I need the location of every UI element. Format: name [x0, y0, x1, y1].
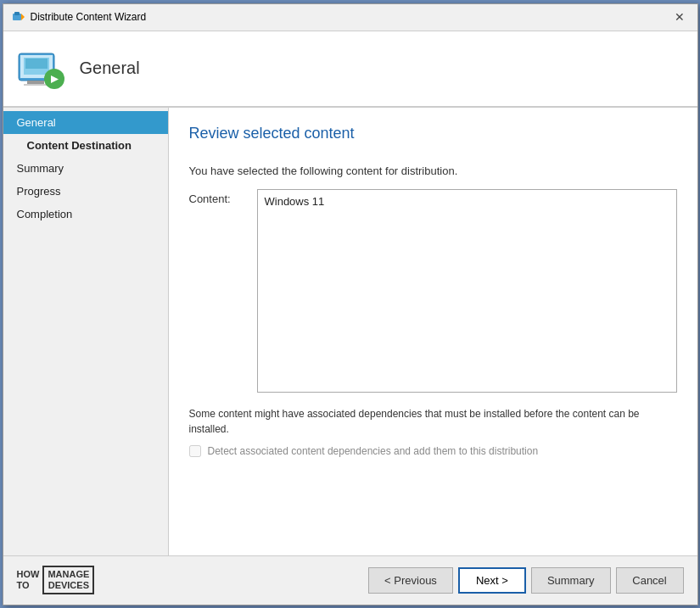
- svg-rect-1: [14, 12, 20, 15]
- checkbox-label: Detect associated content dependencies a…: [208, 445, 539, 457]
- title-bar-left: Distribute Content Wizard: [12, 10, 147, 24]
- svg-rect-8: [24, 84, 48, 86]
- description-text: You have selected the following content …: [189, 165, 677, 177]
- dialog-window: Distribute Content Wizard ✕ General Gene…: [3, 3, 698, 605]
- close-button[interactable]: ✕: [670, 8, 689, 26]
- previous-button[interactable]: < Previous: [368, 567, 453, 594]
- main-area: General Content Destination Summary Prog…: [3, 108, 697, 555]
- footer-buttons: < Previous Next > Summary Cancel: [368, 567, 683, 594]
- note-text: Some content might have associated depen…: [189, 406, 677, 437]
- svg-rect-7: [27, 81, 44, 84]
- detect-dependencies-checkbox[interactable]: [189, 445, 201, 457]
- next-button[interactable]: Next >: [458, 567, 526, 594]
- listbox-item-windows11: Windows 11: [261, 193, 673, 209]
- sidebar-item-completion[interactable]: Completion: [3, 203, 168, 226]
- content-area: Review selected content You have selecte…: [169, 108, 697, 555]
- checkbox-row: Detect associated content dependencies a…: [189, 445, 677, 457]
- sidebar-item-progress[interactable]: Progress: [3, 180, 168, 203]
- content-label: Content:: [189, 189, 249, 205]
- logo-manage-devices: MANAGEDEVICES: [42, 566, 94, 594]
- content-listbox[interactable]: Windows 11: [257, 189, 677, 393]
- svg-rect-6: [25, 59, 48, 69]
- sidebar-item-general[interactable]: General: [3, 111, 168, 134]
- footer-area: HOWTO MANAGEDEVICES < Previous Next > Su…: [3, 555, 697, 605]
- svg-marker-2: [21, 14, 25, 20]
- content-row: Content: Windows 11: [189, 189, 677, 393]
- header-title: General: [80, 59, 140, 78]
- sidebar-item-content-destination[interactable]: Content Destination: [3, 134, 168, 157]
- dialog-title: Distribute Content Wizard: [31, 11, 147, 23]
- footer-logo: HOWTO MANAGEDEVICES: [17, 566, 95, 594]
- sidebar: General Content Destination Summary Prog…: [3, 108, 169, 555]
- title-bar: Distribute Content Wizard ✕: [3, 4, 697, 31]
- header-icon: [17, 43, 68, 94]
- wizard-icon: [12, 10, 25, 24]
- sidebar-item-summary[interactable]: Summary: [3, 157, 168, 180]
- header-area: General: [3, 31, 697, 108]
- logo-how: HOWTO: [17, 569, 40, 591]
- content-title: Review selected content: [189, 125, 677, 148]
- summary-button[interactable]: Summary: [531, 567, 611, 594]
- cancel-button[interactable]: Cancel: [616, 567, 684, 594]
